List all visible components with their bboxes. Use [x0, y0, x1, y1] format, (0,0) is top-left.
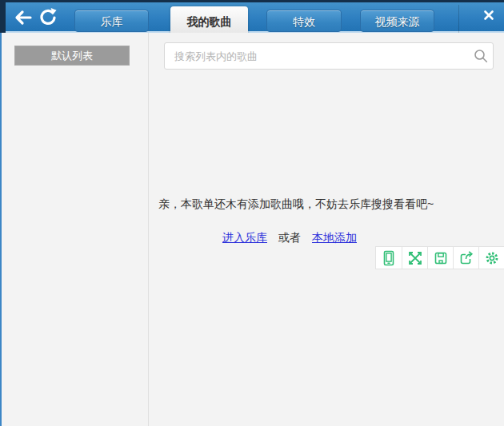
refresh-icon — [38, 7, 58, 26]
empty-state-actions: 进入乐库或者本地添加 — [150, 231, 430, 245]
top-bar: 乐库 我的歌曲 特效 视频来源 — [0, 0, 504, 33]
empty-state-message: 亲，本歌单还木有添加歌曲哦，不妨去乐库搜搜看看吧~ — [150, 197, 442, 212]
app-window: 乐库 我的歌曲 特效 视频来源 默认列表 亲，本歌单还木有添加歌曲哦，不妨去乐库… — [0, 0, 504, 426]
window-corner-shade — [0, 0, 6, 33]
device-icon — [381, 250, 397, 266]
search-input[interactable] — [165, 50, 469, 62]
export-button[interactable] — [453, 247, 478, 269]
export-icon — [458, 250, 474, 266]
save-icon — [433, 250, 449, 266]
tab-video-source[interactable]: 视频来源 — [360, 10, 434, 32]
sidebar-item-default-list[interactable]: 默认列表 — [14, 46, 130, 66]
main-panel: 亲，本歌单还木有添加歌曲哦，不妨去乐库搜搜看看吧~ 进入乐库或者本地添加 — [150, 33, 504, 426]
fullscreen-button[interactable] — [402, 247, 427, 269]
tab-library[interactable]: 乐库 — [74, 10, 149, 32]
add-local-link[interactable]: 本地添加 — [312, 231, 357, 244]
topbar-separator — [458, 5, 459, 33]
settings-button[interactable] — [478, 247, 504, 269]
enter-library-link[interactable]: 进入乐库 — [222, 231, 267, 244]
back-arrow-icon — [13, 9, 34, 26]
refresh-button[interactable] — [38, 7, 58, 26]
playlist-sidebar: 默认列表 — [2, 33, 149, 426]
tab-effects[interactable]: 特效 — [266, 10, 342, 32]
settings-icon — [484, 250, 500, 266]
close-button[interactable] — [478, 6, 499, 25]
expand-icon — [407, 250, 423, 266]
close-icon — [480, 6, 498, 24]
save-button[interactable] — [427, 247, 453, 269]
send-to-device-button[interactable] — [376, 247, 402, 269]
search-icon[interactable] — [469, 43, 493, 69]
tab-my-songs[interactable]: 我的歌曲 — [170, 6, 248, 35]
or-text: 或者 — [278, 231, 301, 244]
mini-toolbar — [375, 246, 504, 269]
search-box — [164, 42, 494, 70]
back-button[interactable] — [13, 9, 34, 26]
